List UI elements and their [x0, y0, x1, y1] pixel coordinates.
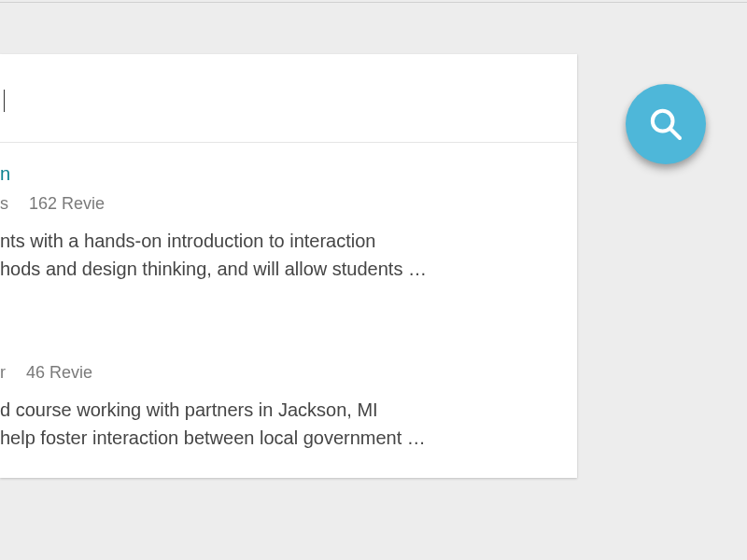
result-author-fragment: s [0, 194, 8, 214]
result-description-line: help foster interaction between local go… [0, 424, 577, 452]
search-header[interactable] [0, 54, 577, 143]
svg-line-1 [670, 129, 680, 138]
text-cursor [4, 90, 5, 112]
result-item[interactable]: n s 162 Revie nts with a hands-on introd… [0, 143, 577, 309]
result-reviews: 162 Revie [29, 194, 105, 214]
search-icon [647, 105, 684, 143]
result-meta: s 162 Revie [0, 194, 577, 214]
result-description-line: hods and design thinking, and will allow… [0, 255, 577, 283]
result-title: n [0, 163, 577, 185]
result-author-fragment: r [0, 363, 6, 383]
result-reviews: 46 Revie [26, 363, 92, 383]
result-description-line: nts with a hands-on introduction to inte… [0, 227, 577, 255]
results-card: n s 162 Revie nts with a hands-on introd… [0, 54, 577, 478]
result-item[interactable]: r 46 Revie d course working with partner… [0, 309, 577, 478]
result-description-line: d course working with partners in Jackso… [0, 396, 577, 424]
result-meta: r 46 Revie [0, 363, 577, 383]
window-divider [0, 2, 747, 3]
search-fab[interactable] [626, 84, 706, 164]
